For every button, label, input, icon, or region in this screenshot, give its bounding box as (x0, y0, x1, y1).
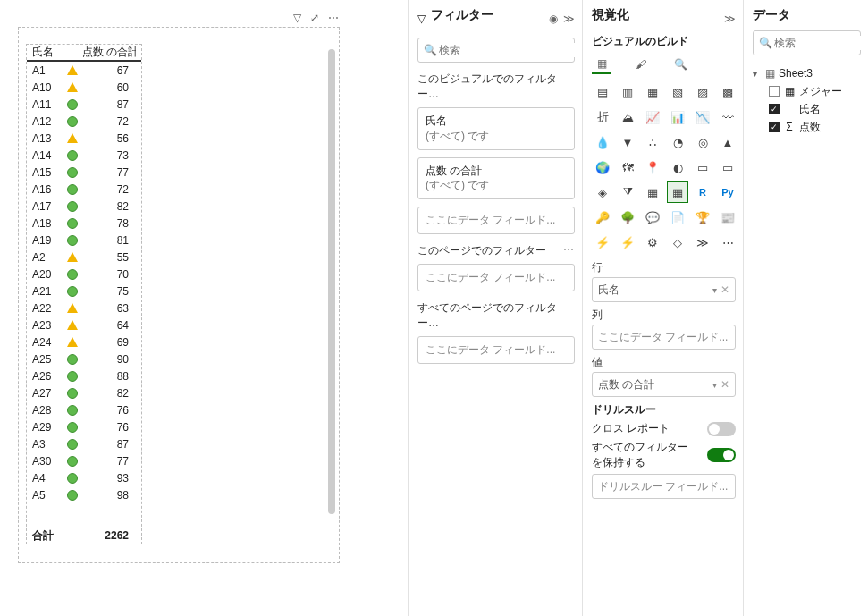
filter-dropzone-all[interactable]: ここにデータ フィールド... (417, 336, 575, 364)
scrollbar-thumb[interactable] (328, 49, 335, 514)
cross-report-toggle[interactable] (707, 422, 736, 436)
viz-type-line-column[interactable]: 📊 (667, 106, 688, 128)
table-row[interactable]: A1981 (27, 232, 141, 249)
viz-type-waterfall[interactable]: 💧 (592, 131, 613, 153)
filters-page-more-icon[interactable]: ⋯ (563, 243, 575, 258)
table-row[interactable]: A387 (27, 435, 141, 452)
viz-type-pie[interactable]: ◔ (667, 131, 688, 153)
viz-type-100-bar[interactable]: ▨ (692, 81, 713, 103)
show-hide-icon[interactable]: ◉ (549, 13, 558, 25)
table-row[interactable]: A167 (27, 62, 141, 79)
viz-type-stacked-area[interactable]: 📈 (642, 106, 663, 128)
values-well[interactable]: 点数 の合計 ▾✕ (592, 372, 736, 397)
viz-type-slicer[interactable]: ⧩ (617, 181, 638, 203)
table-row[interactable]: A2175 (27, 283, 141, 300)
matrix-visual[interactable]: 氏名 点数 の合計 A167A1060A1187A1272A1356A1473A… (26, 44, 142, 544)
chevron-down-icon[interactable]: ▾ (712, 380, 717, 390)
table-row[interactable]: A1577 (27, 164, 141, 181)
viz-type-filled-map[interactable]: 🗺 (617, 156, 638, 178)
table-row[interactable]: A1672 (27, 181, 141, 198)
viz-type-area[interactable]: ⛰ (617, 106, 638, 128)
field-checkbox[interactable]: ✓ (769, 122, 780, 132)
data-search-input[interactable] (772, 36, 868, 50)
field-checkbox[interactable] (769, 86, 780, 97)
viz-type-py[interactable]: Py (717, 181, 738, 203)
table-row[interactable]: A3077 (27, 452, 141, 469)
remove-field-icon[interactable]: ✕ (721, 378, 729, 391)
viz-type-donut[interactable]: ◎ (692, 131, 713, 153)
chevron-down-icon[interactable]: ▾ (712, 285, 717, 295)
collapse-pane-icon[interactable]: ≫ (563, 13, 575, 25)
field-row[interactable]: ✓氏名 (753, 100, 861, 118)
table-node[interactable]: ▾ ▦ Sheet3 (753, 64, 861, 82)
table-row[interactable]: A2688 (27, 367, 141, 384)
viz-type-clustered-column[interactable]: ▧ (667, 81, 688, 103)
viz-type-100-column[interactable]: ▩ (717, 81, 738, 103)
viz-type-decomposition[interactable]: 🌳 (617, 207, 638, 228)
viz-type-table[interactable]: ▦ (642, 181, 663, 203)
field-row[interactable]: ✓Σ点数 (753, 118, 861, 136)
viz-type-matrix[interactable]: ▦ (667, 181, 688, 203)
field-checkbox[interactable]: ✓ (769, 104, 780, 114)
visual-filter-icon[interactable]: ▽ (293, 12, 301, 24)
build-visual-tab[interactable]: ▦ (592, 55, 611, 74)
table-row[interactable]: A2070 (27, 266, 141, 283)
table-row[interactable]: A1473 (27, 147, 141, 164)
table-row[interactable]: A2263 (27, 300, 141, 316)
remove-field-icon[interactable]: ✕ (721, 283, 729, 296)
viz-type-map[interactable]: 🌍 (592, 156, 613, 178)
viz-type-gauge[interactable]: ◐ (667, 156, 688, 178)
viz-type-funnel[interactable]: ▼ (617, 131, 638, 153)
filters-search-input[interactable] (437, 43, 575, 57)
analytics-tab[interactable]: 🔍 (670, 55, 690, 74)
table-row[interactable]: A2876 (27, 401, 141, 418)
table-row[interactable]: A1187 (27, 96, 141, 113)
table-row[interactable]: A1060 (27, 79, 141, 96)
table-row[interactable]: A2976 (27, 418, 141, 435)
viz-type-stacked-bar[interactable]: ▤ (592, 81, 613, 103)
viz-type-apps[interactable]: ◇ (667, 232, 688, 253)
viz-collapse-icon[interactable]: ≫ (724, 13, 736, 25)
viz-type-kpi[interactable]: ◈ (592, 181, 613, 203)
filters-search[interactable]: 🔍 (417, 38, 575, 63)
viz-type-narrative[interactable]: 📄 (667, 207, 688, 228)
viz-type-qa[interactable]: 💬 (642, 207, 663, 228)
viz-type-more[interactable]: ≫ (692, 232, 713, 253)
report-canvas-selection[interactable]: ▽ ⤢ ⋯ 氏名 点数 の合計 A167A1060A1187A1272A1356… (18, 27, 340, 563)
viz-type-multi-card[interactable]: ▭ (717, 156, 738, 178)
filter-card-score[interactable]: 点数 の合計 (すべて) です (417, 157, 575, 200)
table-row[interactable]: A2590 (27, 350, 141, 367)
visual-more-icon[interactable]: ⋯ (328, 12, 339, 24)
table-row[interactable]: A2364 (27, 316, 141, 333)
viz-type-power-apps[interactable]: ⚡ (592, 232, 613, 253)
viz-type-clustered-bar[interactable]: ▦ (642, 81, 663, 103)
columns-well[interactable]: ここにデータ フィールド... (592, 325, 736, 350)
table-row[interactable]: A255 (27, 249, 141, 266)
table-row[interactable]: A598 (27, 486, 141, 503)
table-row[interactable]: A1878 (27, 215, 141, 232)
viz-type-power-automate[interactable]: ⚡ (617, 232, 638, 253)
header-name[interactable]: 氏名 (27, 45, 63, 60)
viz-type-line[interactable]: 折 (592, 106, 613, 128)
table-row[interactable]: A1356 (27, 130, 141, 147)
viz-type-ribbon[interactable]: 〰 (717, 106, 738, 128)
field-row[interactable]: ▦メジャー (753, 82, 861, 100)
focus-mode-icon[interactable]: ⤢ (310, 12, 319, 24)
viz-type-ai[interactable]: ⚙ (642, 232, 663, 253)
viz-type-azure-map[interactable]: 📍 (642, 156, 663, 178)
viz-type-line-column2[interactable]: 📉 (692, 106, 713, 128)
keep-filters-toggle[interactable] (707, 448, 736, 462)
viz-type-goals[interactable]: 🏆 (692, 207, 713, 228)
filter-dropzone-visual[interactable]: ここにデータ フィールド... (417, 207, 575, 234)
viz-type-stacked-column[interactable]: ▥ (617, 81, 638, 103)
table-row[interactable]: A2782 (27, 384, 141, 401)
visual-scrollbar[interactable] (328, 49, 335, 541)
format-visual-tab[interactable]: 🖌 (631, 55, 651, 74)
header-score[interactable]: 点数 の合計 (82, 45, 136, 60)
viz-type-ellipsis[interactable]: ⋯ (717, 232, 738, 253)
viz-type-scatter[interactable]: ∴ (642, 131, 663, 153)
viz-type-r[interactable]: R (692, 181, 713, 203)
table-row[interactable]: A1782 (27, 198, 141, 215)
data-search[interactable]: 🔍 (753, 30, 861, 55)
caret-down-icon[interactable]: ▾ (753, 69, 762, 79)
